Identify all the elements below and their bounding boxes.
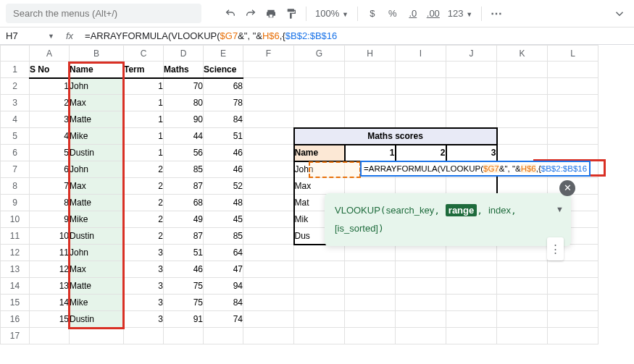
- cell[interactable]: [446, 111, 497, 128]
- cell[interactable]: 2: [124, 161, 164, 178]
- row-header[interactable]: 7: [1, 161, 30, 178]
- cell[interactable]: 2: [124, 228, 164, 245]
- header-cell[interactable]: Term: [124, 62, 164, 78]
- percent-button[interactable]: %: [384, 5, 401, 22]
- cell[interactable]: [294, 95, 345, 111]
- row-header[interactable]: 3: [1, 95, 30, 111]
- cell[interactable]: [548, 95, 598, 111]
- cell[interactable]: [243, 211, 294, 228]
- column-header[interactable]: A: [30, 46, 70, 62]
- cell[interactable]: [497, 245, 548, 261]
- cell[interactable]: [446, 278, 497, 295]
- cell[interactable]: [243, 328, 294, 344]
- mini-name-cell[interactable]: John: [294, 161, 345, 178]
- cell[interactable]: 3: [124, 261, 164, 278]
- cell[interactable]: 87: [164, 178, 204, 195]
- cell[interactable]: [396, 95, 446, 111]
- cell[interactable]: 85: [204, 228, 243, 245]
- cell[interactable]: [497, 78, 548, 95]
- cell[interactable]: [446, 245, 497, 261]
- chevron-down-icon[interactable]: ▼: [556, 202, 564, 217]
- cell[interactable]: [243, 78, 294, 95]
- cell[interactable]: 90: [164, 111, 204, 128]
- cell[interactable]: [294, 261, 345, 278]
- cell[interactable]: Mike: [70, 211, 124, 228]
- cell[interactable]: Matte: [70, 278, 124, 295]
- cell[interactable]: Max: [70, 95, 124, 111]
- cell[interactable]: [243, 178, 294, 195]
- cell[interactable]: 87: [164, 228, 204, 245]
- cell[interactable]: [446, 178, 497, 195]
- zoom-dropdown[interactable]: 100% ▼: [312, 8, 351, 19]
- cell[interactable]: [243, 228, 294, 245]
- cell[interactable]: [548, 145, 598, 161]
- cell[interactable]: [345, 62, 396, 78]
- cell[interactable]: 48: [204, 195, 243, 211]
- row-header[interactable]: 16: [1, 311, 30, 328]
- cell[interactable]: 80: [164, 95, 204, 111]
- cell[interactable]: [396, 178, 446, 195]
- row-header[interactable]: 8: [1, 178, 30, 195]
- cell[interactable]: 47: [204, 261, 243, 278]
- cell[interactable]: [497, 128, 548, 145]
- cell[interactable]: [345, 95, 396, 111]
- cell[interactable]: [548, 62, 598, 78]
- cell[interactable]: 2: [124, 195, 164, 211]
- cell[interactable]: [345, 295, 396, 311]
- cell[interactable]: [30, 328, 70, 344]
- cell[interactable]: [345, 111, 396, 128]
- cell[interactable]: [446, 295, 497, 311]
- spreadsheet-grid[interactable]: ABCDEFGHIJKL1S NoNameTermMathsScience21J…: [0, 45, 634, 363]
- cell[interactable]: [204, 328, 243, 344]
- column-header[interactable]: F: [243, 46, 294, 62]
- cell[interactable]: 7: [30, 178, 70, 195]
- cell[interactable]: [548, 295, 598, 311]
- cell[interactable]: [548, 278, 598, 295]
- cell[interactable]: [396, 278, 446, 295]
- name-box[interactable]: H7: [6, 30, 42, 41]
- cell[interactable]: 3: [124, 295, 164, 311]
- cell[interactable]: Max: [70, 178, 124, 195]
- cell[interactable]: 51: [204, 128, 243, 145]
- undo-icon[interactable]: [222, 5, 239, 22]
- header-cell[interactable]: Maths: [164, 62, 204, 78]
- cell[interactable]: [294, 245, 345, 261]
- mini-table-title[interactable]: Maths scores: [294, 128, 497, 145]
- cell[interactable]: [243, 128, 294, 145]
- cell[interactable]: [243, 195, 294, 211]
- cell[interactable]: 3: [124, 311, 164, 328]
- mini-col-header[interactable]: 3: [446, 145, 497, 161]
- cell[interactable]: 75: [164, 278, 204, 295]
- cell[interactable]: [294, 295, 345, 311]
- more-options-icon[interactable]: ⋮: [547, 237, 564, 261]
- cell[interactable]: [396, 62, 446, 78]
- cell[interactable]: [294, 328, 345, 344]
- cell[interactable]: [497, 95, 548, 111]
- cell[interactable]: 52: [204, 178, 243, 195]
- cell[interactable]: 78: [204, 95, 243, 111]
- cell[interactable]: [497, 178, 548, 195]
- cell[interactable]: Matte: [70, 195, 124, 211]
- cell[interactable]: [124, 328, 164, 344]
- cell[interactable]: [396, 111, 446, 128]
- close-icon[interactable]: ✕: [559, 180, 575, 196]
- column-header[interactable]: J: [446, 46, 497, 62]
- cell[interactable]: 1: [30, 78, 70, 95]
- cell[interactable]: [497, 328, 548, 344]
- row-header[interactable]: 10: [1, 211, 30, 228]
- column-header[interactable]: D: [164, 46, 204, 62]
- cell[interactable]: Dustin: [70, 311, 124, 328]
- mini-name-cell[interactable]: Max: [294, 178, 345, 195]
- cell[interactable]: [548, 328, 598, 344]
- row-header[interactable]: 6: [1, 145, 30, 161]
- row-header[interactable]: 1: [1, 62, 30, 78]
- cell[interactable]: 74: [204, 311, 243, 328]
- cell[interactable]: 64: [204, 245, 243, 261]
- cell[interactable]: 12: [30, 261, 70, 278]
- row-header[interactable]: 15: [1, 295, 30, 311]
- increase-decimal-button[interactable]: .00: [425, 5, 442, 22]
- column-header[interactable]: G: [294, 46, 345, 62]
- cell[interactable]: Max: [70, 261, 124, 278]
- cell[interactable]: [396, 78, 446, 95]
- cell[interactable]: 45: [204, 211, 243, 228]
